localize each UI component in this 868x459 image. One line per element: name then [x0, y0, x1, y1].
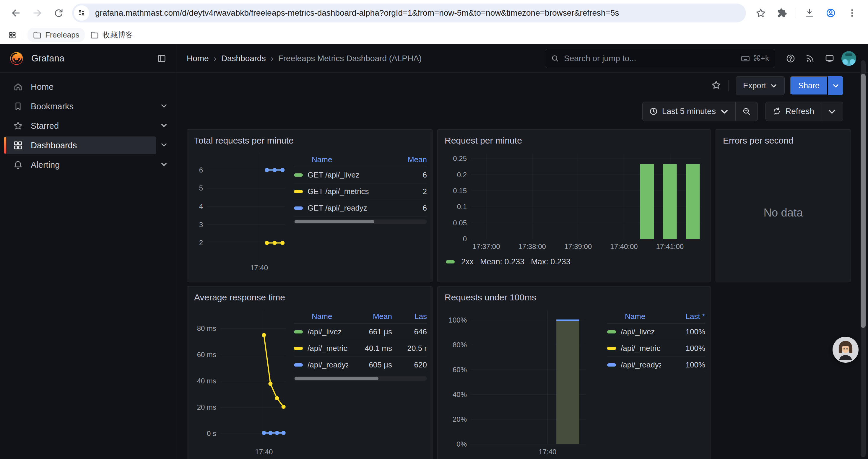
export-button[interactable]: Export — [736, 76, 785, 95]
sidebar-item-home[interactable]: Home — [0, 77, 176, 96]
legend-col-last[interactable]: Last * — [661, 312, 705, 321]
legend-row[interactable]: GET /api/_metrics 2 — [294, 184, 427, 200]
panel-total-requests: Total requests per minute 2345617:40 Nam… — [187, 129, 433, 282]
breadcrumb-home[interactable]: Home — [187, 54, 209, 63]
svg-text:17:40: 17:40 — [538, 448, 556, 456]
panel-title[interactable]: Request per minute — [443, 134, 705, 149]
grafana-app: Grafana Home › Dashboards › Freeleaps Me… — [0, 44, 868, 459]
folder-icon — [90, 31, 99, 40]
series-name[interactable]: 2xx — [461, 257, 473, 266]
legend-row[interactable]: /api/_livez 100% — [607, 324, 705, 340]
forward-icon[interactable] — [29, 5, 45, 21]
share-button[interactable]: Share — [790, 76, 828, 95]
svg-text:80 ms: 80 ms — [197, 324, 216, 332]
sidebar-item-starred[interactable]: Starred — [0, 117, 176, 135]
legend-row[interactable]: /api/_readyz 100% — [607, 357, 705, 373]
legend-col-last[interactable]: Las — [397, 312, 427, 321]
series-color-pill — [607, 330, 616, 333]
panel-title[interactable]: Requests under 100ms — [443, 291, 705, 305]
downloads-icon[interactable] — [801, 5, 818, 21]
bookmark-star-icon[interactable] — [752, 5, 769, 21]
sidebar-item-bookmarks[interactable]: Bookmarks — [0, 97, 176, 116]
legend-hscrollbar[interactable] — [294, 220, 427, 224]
reload-icon[interactable] — [50, 5, 67, 21]
sidebar-toggle-icon[interactable] — [155, 52, 168, 65]
chevron-down-icon[interactable] — [160, 161, 167, 168]
bookmark-folder-blogs[interactable]: 收藏博客 — [85, 28, 138, 42]
svg-text:60 ms: 60 ms — [197, 351, 216, 359]
refresh-button[interactable]: Refresh — [766, 102, 821, 121]
actions-divider — [728, 80, 728, 91]
extensions-icon[interactable] — [774, 5, 790, 21]
chevron-down-icon[interactable] — [160, 122, 167, 129]
share-menu-chevron[interactable] — [828, 76, 843, 95]
browser-menu-icon[interactable] — [844, 5, 860, 21]
help-icon[interactable] — [783, 51, 798, 66]
favorite-star-icon[interactable] — [711, 80, 721, 91]
refresh-interval-chevron[interactable] — [821, 102, 843, 121]
panel-title[interactable]: Total requests per minute — [192, 134, 427, 149]
legend-row[interactable]: GET /api/_livez 6 — [294, 167, 427, 184]
user-avatar[interactable] — [841, 51, 856, 66]
legend-hscrollbar[interactable] — [294, 376, 427, 381]
svg-text:17:40:00: 17:40:00 — [610, 242, 638, 251]
keyboard-icon — [741, 54, 750, 63]
legend-row[interactable]: GET /api/_readyz 6 — [294, 200, 427, 217]
legend-row[interactable]: /api/_metrics 100% — [607, 340, 705, 357]
page-scrollbar[interactable] — [861, 60, 866, 457]
legend-col-mean[interactable]: Mean — [348, 312, 392, 321]
browser-actions — [750, 5, 863, 21]
header-brand-section: Grafana — [0, 44, 176, 72]
sidebar-item-alerting[interactable]: Alerting — [0, 155, 176, 174]
sidebar-item-dashboards[interactable]: Dashboards — [0, 136, 176, 155]
legend-table: Name Mean GET /api/_livez 6 — [294, 149, 427, 274]
time-range-picker[interactable]: Last 5 minutes — [643, 102, 735, 121]
legend-col-name[interactable]: Name — [625, 312, 661, 321]
zoom-out-button[interactable] — [735, 102, 757, 121]
back-icon[interactable] — [8, 5, 24, 21]
site-settings-icon[interactable] — [74, 5, 89, 21]
legend-row[interactable]: /api/_readyz 605 µs 620 — [294, 357, 427, 373]
svg-text:5: 5 — [199, 184, 203, 192]
svg-text:17:40: 17:40 — [250, 264, 268, 272]
panel-title[interactable]: Average response time — [192, 291, 427, 305]
news-rss-icon[interactable] — [802, 51, 818, 66]
legend-col-mean[interactable]: Mean — [382, 155, 427, 164]
profile-icon[interactable] — [823, 5, 839, 21]
svg-text:3: 3 — [199, 221, 203, 229]
legend-col-name[interactable]: Name — [312, 155, 382, 164]
panel-request-per-minute: Request per minute 00.050.10.150.20.2517… — [437, 129, 711, 282]
svg-text:20 ms: 20 ms — [197, 403, 216, 411]
legend-row[interactable]: /api/_livez 661 µs 646 — [294, 324, 427, 340]
series-color-pill[interactable] — [446, 260, 455, 263]
legend-table: Name Mean Las /api/_livez 661 µs 646 — [294, 305, 427, 458]
panel-title[interactable]: Errors per second — [721, 134, 845, 149]
legend-row[interactable]: /api/_metrics 40.1 ms 20.5 r — [294, 340, 427, 357]
bookmark-label: 收藏博客 — [102, 30, 133, 40]
series-color-pill — [607, 363, 616, 366]
bell-icon — [13, 160, 23, 170]
kiosk-monitor-icon[interactable] — [822, 51, 837, 66]
apps-grid-icon[interactable] — [6, 29, 18, 41]
dashboards-grid-icon — [13, 140, 23, 150]
svg-text:2: 2 — [199, 239, 203, 247]
breadcrumb-dashboards[interactable]: Dashboards — [221, 54, 266, 63]
url-bar[interactable]: grafana.mathmast.com/d/deytv4rwavabkb/fr… — [72, 4, 746, 23]
refresh-group: Refresh — [766, 102, 843, 121]
scrollbar-thumb[interactable] — [294, 377, 378, 380]
scrollbar-thumb[interactable] — [294, 220, 374, 223]
search-shortcut: ⌘+k — [741, 54, 769, 63]
search-input[interactable]: Search or jump to... ⌘+k — [545, 49, 775, 68]
url-text[interactable]: grafana.mathmast.com/d/deytv4rwavabkb/fr… — [95, 8, 619, 18]
chevron-down-icon[interactable] — [160, 103, 167, 110]
scrollbar-thumb[interactable] — [861, 74, 866, 328]
svg-text:0.1: 0.1 — [457, 203, 467, 210]
bookmark-folder-freeleaps[interactable]: Freeleaps — [28, 28, 85, 42]
chevron-down-icon[interactable] — [160, 142, 167, 149]
floating-assistant-avatar[interactable] — [833, 337, 859, 363]
legend-col-name[interactable]: Name — [312, 312, 348, 321]
grafana-logo-icon[interactable] — [9, 51, 24, 66]
clock-icon — [649, 107, 658, 116]
browser-toolbar: grafana.mathmast.com/d/deytv4rwavabkb/fr… — [0, 0, 868, 26]
svg-text:100%: 100% — [449, 316, 467, 324]
